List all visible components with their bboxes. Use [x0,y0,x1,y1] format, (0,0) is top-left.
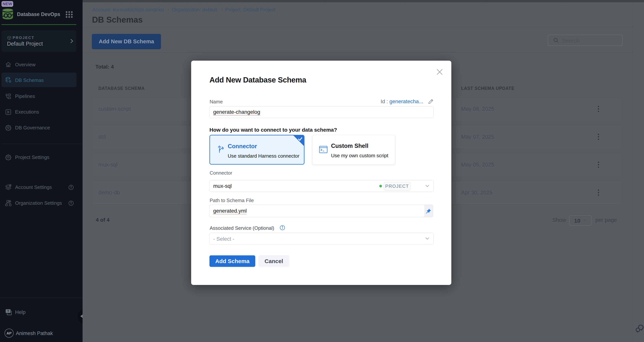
svg-text:?: ? [7,310,9,313]
